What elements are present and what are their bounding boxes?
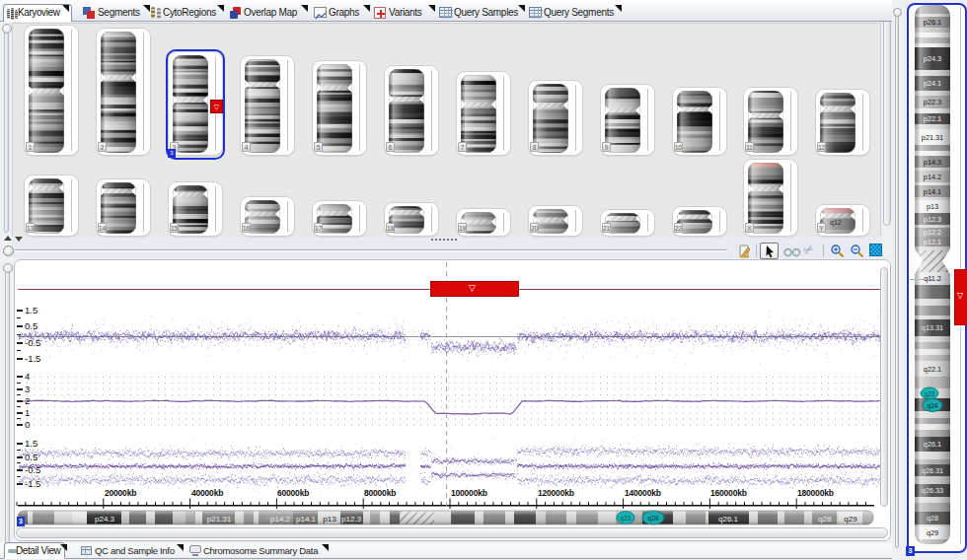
svg-text:p22.1: p22.1 <box>924 114 941 123</box>
svg-text:p24.3: p24.3 <box>924 54 941 63</box>
svg-text:q29: q29 <box>927 528 938 537</box>
svg-text:q26.33: q26.33 <box>922 486 943 495</box>
svg-text:p12.1: p12.1 <box>924 238 941 246</box>
svg-text:p12.3: p12.3 <box>924 215 941 224</box>
svg-text:q28: q28 <box>927 514 938 523</box>
svg-text:p22.3: p22.3 <box>924 98 941 106</box>
svg-text:q26.1: q26.1 <box>924 440 941 449</box>
svg-text:p21.31: p21.31 <box>922 133 943 142</box>
svg-text:q22.1: q22.1 <box>924 365 941 374</box>
svg-text:p14.3: p14.3 <box>924 158 941 167</box>
svg-text:p24.1: p24.1 <box>924 79 941 88</box>
svg-text:p14.2: p14.2 <box>924 173 941 181</box>
svg-text:p14.1: p14.1 <box>924 187 941 196</box>
svg-text:q24: q24 <box>928 402 938 410</box>
svg-text:p26.1: p26.1 <box>924 18 941 27</box>
svg-text:q13.31: q13.31 <box>922 323 943 332</box>
svg-text:q23: q23 <box>925 390 935 398</box>
svg-text:p13: p13 <box>927 202 938 211</box>
svg-text:p12.2: p12.2 <box>924 228 941 237</box>
svg-text:q26.31: q26.31 <box>922 466 943 475</box>
